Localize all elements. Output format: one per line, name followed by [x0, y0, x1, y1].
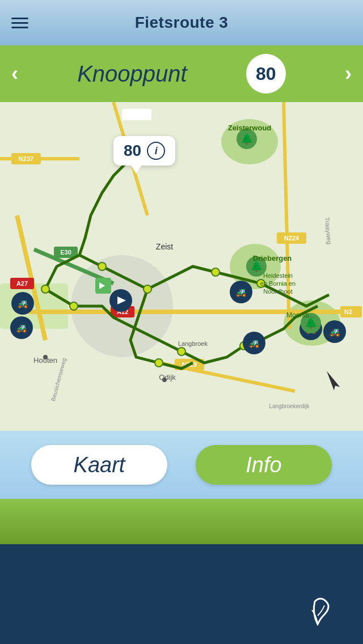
header: Fietsroute 3 [0, 0, 363, 45]
map-area[interactable]: N237 N237 E30 A27 A12 N224 N229 [0, 102, 363, 431]
knooppunt-bar: ‹ Knooppunt 80 › [0, 45, 363, 102]
svg-text:Zeisterwoud: Zeisterwoud [228, 124, 272, 132]
svg-point-29 [98, 262, 106, 270]
svg-text:N237: N237 [19, 155, 33, 162]
next-button[interactable]: › [345, 62, 352, 86]
svg-text:N2: N2 [344, 308, 352, 315]
svg-text:🚜: 🚜 [248, 338, 260, 349]
svg-text:🌲: 🌲 [240, 133, 254, 145]
svg-point-30 [143, 285, 151, 293]
svg-text:N237: N237 [129, 111, 144, 118]
knooppunt-number: 80 [246, 54, 286, 94]
page-title: Fietsroute 3 [135, 14, 229, 32]
prev-button[interactable]: ‹ [11, 62, 18, 86]
svg-text:Zeist: Zeist [156, 242, 173, 251]
svg-text:en Bornia en: en Bornia en [260, 280, 296, 287]
svg-text:Odijk: Odijk [159, 373, 176, 382]
popup-number: 80 [124, 142, 141, 160]
knooppunt-label: Knooppunt [77, 61, 187, 87]
svg-text:🚜: 🚜 [329, 327, 340, 337]
footer-logo [301, 593, 335, 627]
svg-text:🚜: 🚜 [235, 287, 247, 298]
svg-text:N224: N224 [284, 235, 299, 242]
svg-point-33 [178, 348, 185, 355]
footer-blue-band [0, 544, 363, 644]
svg-point-36 [155, 359, 163, 367]
map-popup: 80 i [113, 136, 175, 166]
svg-text:E30: E30 [60, 249, 71, 256]
svg-text:Driebergen: Driebergen [253, 254, 292, 262]
footer-green-band [0, 499, 363, 544]
svg-point-28 [70, 302, 78, 310]
info-tab[interactable]: Info [196, 445, 332, 485]
svg-point-27 [41, 285, 49, 293]
footer [0, 499, 363, 644]
svg-text:Noordhoot: Noordhoot [263, 288, 292, 295]
svg-text:Langbroekerdijk: Langbroekerdijk [269, 403, 310, 409]
tab-area: Kaart Info [0, 431, 363, 499]
svg-text:A27: A27 [16, 280, 28, 287]
svg-text:🚜: 🚜 [17, 298, 28, 309]
svg-text:Heidestein: Heidestein [263, 272, 293, 279]
popup-info-button[interactable]: i [147, 142, 165, 160]
svg-text:Langbroek: Langbroek [178, 340, 208, 347]
kaart-tab[interactable]: Kaart [31, 445, 167, 485]
svg-text:Moersb...: Moersb... [286, 311, 315, 319]
svg-point-69 [43, 355, 48, 359]
svg-text:🚜: 🚜 [16, 323, 27, 333]
svg-point-68 [162, 378, 167, 382]
svg-point-31 [212, 268, 220, 276]
menu-button[interactable] [11, 18, 28, 28]
